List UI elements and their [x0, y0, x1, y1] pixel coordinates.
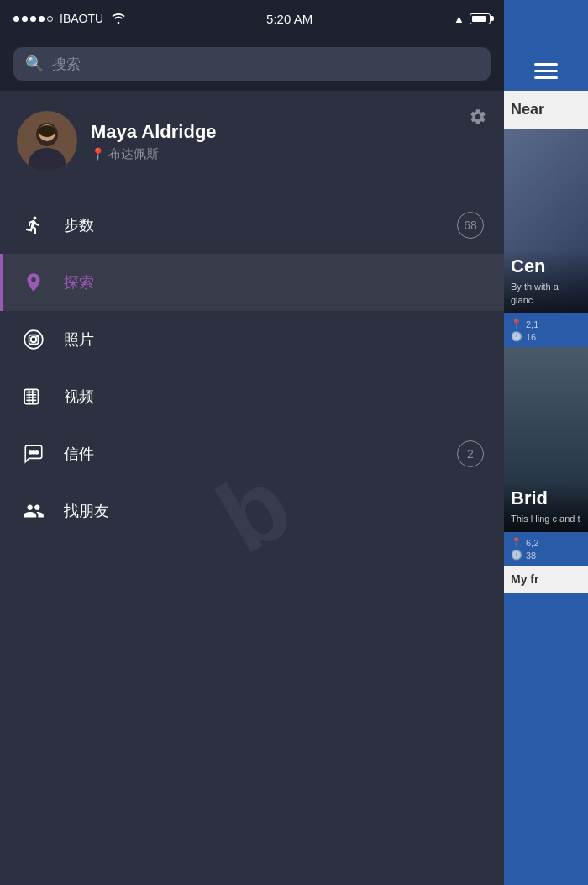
menu-item-video[interactable]: 视频 — [0, 368, 504, 425]
card-center-image: Cen By th with a glanc — [504, 129, 588, 313]
steps-label: 步数 — [64, 215, 440, 235]
menu-list: 步数 68 探索 — [0, 197, 504, 540]
card-bridge[interactable]: Brid This l ling c and t 📍 6,2 🕐 38 — [504, 347, 588, 566]
friends-label: 找朋友 — [64, 501, 484, 521]
messages-badge: 2 — [457, 440, 484, 467]
steps-badge: 68 — [457, 212, 484, 239]
svg-point-19 — [35, 451, 38, 454]
card-bridge-meta: 📍 6,2 🕐 38 — [504, 532, 588, 566]
hamburger-line-3 — [534, 76, 558, 79]
carrier-label: IBAOTU — [60, 12, 103, 25]
profile-city: 布达佩斯 — [108, 146, 159, 162]
card-bridge-time: 🕐 38 — [511, 550, 581, 561]
svg-point-17 — [29, 451, 32, 454]
hamburger-line-1 — [534, 63, 558, 66]
card-center[interactable]: Cen By th with a glanc 📍 2,1 🕐 16 — [504, 129, 588, 347]
menu-item-photos[interactable]: 照片 — [0, 311, 504, 368]
location-icon-1: 📍 — [511, 319, 522, 329]
signal-dot-1 — [13, 16, 19, 22]
card-center-location: 📍 2,1 — [511, 319, 581, 329]
photos-icon — [20, 326, 47, 353]
hamburger-menu[interactable] — [534, 63, 558, 79]
card-center-overlay: Cen By th with a glanc — [504, 249, 588, 313]
signal-dot-4 — [39, 16, 45, 22]
card-bridge-overlay: Brid This l ling c and t — [504, 481, 588, 532]
profile-location-icon: 📍 — [91, 147, 105, 161]
menu-item-explore[interactable]: 探索 — [0, 254, 504, 311]
svg-point-4 — [39, 125, 55, 137]
svg-point-8 — [31, 337, 37, 343]
friends-icon — [20, 498, 47, 524]
clock-icon-1: 🕐 — [511, 331, 522, 342]
profile-section: Maya Aldridge 📍 布达佩斯 — [0, 91, 504, 188]
settings-button[interactable] — [469, 108, 487, 130]
near-section: Near — [504, 91, 588, 129]
right-panel-header — [504, 0, 588, 91]
active-indicator — [0, 254, 3, 311]
photos-label: 照片 — [64, 329, 484, 350]
card-bridge-desc: This l ling c and t — [511, 513, 581, 525]
signal-dot-5 — [47, 16, 53, 22]
steps-icon — [20, 212, 47, 239]
battery-icon — [470, 13, 491, 24]
messages-icon — [20, 440, 47, 467]
my-friends-label: My fr — [511, 572, 538, 586]
search-bar: 🔍 搜索 — [0, 37, 504, 91]
profile-location: 📍 布达佩斯 — [91, 146, 487, 162]
status-left: IBAOTU — [13, 12, 125, 25]
location-arrow-icon: ▲ — [454, 13, 465, 25]
settings-icon — [469, 108, 487, 126]
card-bridge-image: Brid This l ling c and t — [504, 347, 588, 532]
avatar — [17, 111, 77, 171]
my-friends-section[interactable]: My fr — [504, 566, 588, 593]
messages-label: 信件 — [64, 444, 440, 464]
card-bridge-location: 📍 6,2 — [511, 537, 581, 548]
card-center-meta: 📍 2,1 🕐 16 — [504, 313, 588, 347]
search-placeholder: 搜索 — [52, 55, 81, 74]
hamburger-line-2 — [534, 70, 558, 72]
search-container[interactable]: 🔍 搜索 — [13, 47, 491, 81]
profile-info: Maya Aldridge 📍 布达佩斯 — [91, 121, 487, 162]
card-center-desc: By th with a glanc — [511, 281, 581, 307]
clock-icon-2: 🕐 — [511, 550, 522, 561]
status-bar: IBAOTU 5:20 AM ▲ — [0, 0, 504, 37]
wifi-icon — [112, 13, 125, 24]
svg-point-9 — [36, 335, 38, 337]
right-panel: Near Cen By th with a glanc 📍 2,1 🕐 16 — [504, 0, 588, 885]
explore-icon — [20, 269, 47, 296]
signal-dots — [13, 16, 53, 22]
card-center-time: 🕐 16 — [511, 331, 581, 342]
battery-fill — [472, 16, 486, 22]
status-right: ▲ — [454, 13, 491, 25]
signal-dot-3 — [30, 16, 36, 22]
sidebar: Maya Aldridge 📍 布达佩斯 步数 68 — [0, 91, 504, 885]
explore-label: 探索 — [64, 272, 484, 292]
menu-item-messages[interactable]: 信件 2 — [0, 425, 504, 482]
profile-name: Maya Aldridge — [91, 121, 487, 143]
status-time: 5:20 AM — [266, 12, 312, 26]
menu-item-friends[interactable]: 找朋友 — [0, 482, 504, 540]
menu-item-steps[interactable]: 步数 68 — [0, 197, 504, 254]
video-label: 视频 — [64, 387, 484, 407]
avatar-image — [17, 111, 77, 171]
search-icon: 🔍 — [25, 55, 44, 73]
card-center-title: Cen — [511, 255, 581, 277]
location-icon-2: 📍 — [511, 537, 522, 548]
card-bridge-title: Brid — [511, 487, 581, 509]
signal-dot-2 — [22, 16, 28, 22]
near-label: Near — [511, 101, 544, 118]
svg-point-18 — [32, 451, 34, 454]
video-icon — [20, 383, 47, 410]
